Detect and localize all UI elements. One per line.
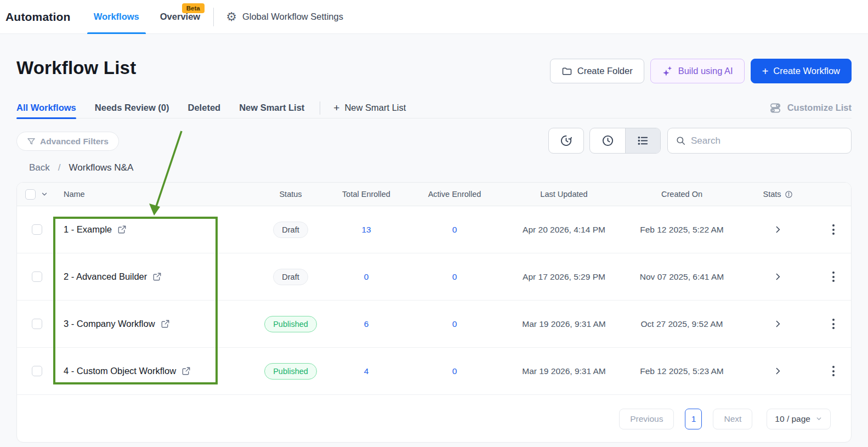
status-badge: Draft	[273, 222, 308, 238]
pagination-next-button[interactable]: Next	[713, 409, 752, 429]
view-toggle-list-button[interactable]	[625, 128, 660, 153]
tab-new-smart-list[interactable]: New Smart List	[239, 98, 304, 118]
toolbar-right	[548, 128, 852, 154]
created-on-value: Nov 07 2025, 6:41 AM	[623, 272, 741, 282]
filter-funnel-icon	[27, 137, 36, 146]
external-link-icon[interactable]	[161, 319, 170, 329]
total-enrolled-link[interactable]: 4	[364, 366, 369, 376]
customize-list-button[interactable]: Customize List	[769, 101, 852, 114]
table-row: 1 - Example Draft 13 0 Apr 20 2026, 4:14…	[17, 206, 851, 253]
view-toggle	[589, 128, 661, 154]
view-toggle-clock-button[interactable]	[590, 128, 625, 153]
row-checkbox[interactable]	[32, 319, 42, 329]
total-enrolled-link[interactable]: 13	[361, 225, 371, 235]
workflow-name-link[interactable]: 2 - Advanced Builder	[64, 271, 162, 282]
breadcrumb-back[interactable]: Back	[29, 162, 50, 173]
global-workflow-settings-button[interactable]: ⚙ Global Workflow Settings	[226, 11, 343, 23]
tab-new-smart-list-label: New Smart List	[239, 103, 304, 113]
row-checkbox[interactable]	[32, 271, 42, 282]
external-link-icon[interactable]	[181, 366, 191, 376]
header-last-updated: Last Updated	[505, 190, 623, 199]
breadcrumb: Back / Workflows N&A	[29, 162, 133, 173]
build-using-ai-button[interactable]: Build using AI	[650, 59, 745, 83]
last-updated-value: Apr 17 2026, 5:29 PM	[505, 272, 623, 282]
nav-tab-workflows[interactable]: Workflows	[88, 0, 145, 34]
sparkles-icon	[662, 65, 673, 77]
nav-tab-workflows-label: Workflows	[94, 12, 139, 22]
history-clock-icon	[560, 134, 572, 147]
create-folder-button[interactable]: Create Folder	[550, 59, 644, 83]
workflow-name-link[interactable]: 3 - Company Workflow	[64, 319, 170, 329]
workflow-name-link[interactable]: 4 - Custom Object Workflow	[64, 366, 191, 376]
global-workflow-settings-label: Global Workflow Settings	[242, 12, 343, 22]
create-workflow-button[interactable]: + Create Workflow	[751, 59, 852, 83]
pagination: Previous 1 Next 10 / page	[17, 395, 851, 443]
tabs-divider	[320, 101, 320, 115]
created-on-value: Feb 12 2025, 5:22 AM	[623, 225, 741, 235]
stats-expand-chevron[interactable]	[773, 366, 782, 376]
nav-tab-overview-label: Overview	[160, 12, 200, 22]
header-name: Name	[56, 190, 253, 199]
nav-tab-overview[interactable]: Beta Overview	[155, 0, 206, 34]
header-active-enrolled: Active Enrolled	[404, 190, 505, 199]
build-using-ai-label: Build using AI	[678, 66, 733, 76]
active-enrolled-link[interactable]: 0	[452, 366, 457, 376]
total-enrolled-link[interactable]: 6	[364, 319, 369, 329]
chevron-down-icon	[815, 415, 822, 422]
external-link-icon[interactable]	[117, 225, 127, 234]
page-size-value: 10 / page	[775, 414, 810, 424]
page-size-select[interactable]: 10 / page	[767, 409, 831, 429]
tab-all-workflows-label: All Workflows	[16, 103, 76, 113]
sliders-icon	[769, 101, 782, 114]
row-checkbox[interactable]	[32, 224, 42, 235]
tab-all-workflows[interactable]: All Workflows	[16, 98, 76, 118]
active-enrolled-link[interactable]: 0	[452, 272, 457, 282]
info-icon[interactable]	[785, 190, 793, 199]
created-on-value: Oct 27 2025, 9:52 AM	[623, 319, 741, 329]
plus-icon: +	[762, 66, 769, 77]
total-enrolled-link[interactable]: 0	[364, 272, 369, 282]
stats-expand-chevron[interactable]	[773, 272, 782, 281]
execution-history-button[interactable]	[548, 128, 584, 154]
advanced-filters-button[interactable]: Advanced Filters	[16, 132, 119, 151]
pagination-page-1[interactable]: 1	[685, 409, 702, 429]
tab-deleted[interactable]: Deleted	[188, 98, 221, 118]
search-input[interactable]	[691, 135, 843, 146]
status-badge: Published	[264, 316, 317, 332]
active-tab-underline	[87, 32, 146, 34]
row-actions-menu[interactable]	[828, 316, 839, 331]
chevron-down-icon[interactable]	[41, 190, 48, 198]
create-workflow-label: Create Workflow	[773, 66, 840, 76]
header-total-enrolled: Total Enrolled	[328, 190, 404, 199]
table-header-row: Name Status Total Enrolled Active Enroll…	[17, 183, 851, 206]
pagination-previous-button[interactable]: Previous	[619, 409, 674, 429]
created-on-value: Feb 12 2025, 5:23 AM	[623, 366, 741, 376]
tab-needs-review-label: Needs Review (0)	[95, 103, 169, 113]
advanced-filters-label: Advanced Filters	[40, 137, 109, 146]
external-link-icon[interactable]	[152, 272, 162, 281]
stats-expand-chevron[interactable]	[773, 225, 782, 234]
app-title: Automation	[5, 10, 71, 24]
row-actions-menu[interactable]	[828, 222, 839, 237]
plus-icon: +	[333, 102, 339, 114]
table-row: 3 - Company Workflow Published 6 0 Mar 1…	[17, 301, 851, 348]
row-checkbox[interactable]	[32, 366, 42, 376]
row-actions-menu[interactable]	[828, 269, 839, 284]
workflow-name-text: 4 - Custom Object Workflow	[64, 366, 176, 376]
table-row: 2 - Advanced Builder Draft 0 0 Apr 17 20…	[17, 253, 851, 301]
workflow-name-text: 3 - Company Workflow	[64, 319, 155, 329]
select-all-checkbox[interactable]	[25, 189, 36, 200]
row-actions-menu[interactable]	[828, 364, 839, 378]
active-enrolled-link[interactable]: 0	[452, 319, 457, 329]
search-icon	[676, 135, 686, 146]
list-tabs: All Workflows Needs Review (0) Deleted N…	[16, 98, 852, 118]
last-updated-value: Apr 20 2026, 4:14 PM	[505, 225, 623, 235]
tab-needs-review[interactable]: Needs Review (0)	[95, 98, 169, 118]
new-smart-list-button[interactable]: + New Smart List	[333, 102, 406, 114]
breadcrumb-current-folder: Workflows N&A	[69, 162, 134, 173]
active-enrolled-link[interactable]: 0	[452, 225, 457, 235]
workflow-name-text: 1 - Example	[64, 224, 112, 235]
workflow-name-link[interactable]: 1 - Example	[64, 224, 127, 235]
header-actions: Create Folder Build using AI + Create Wo…	[550, 59, 852, 83]
stats-expand-chevron[interactable]	[773, 319, 782, 329]
